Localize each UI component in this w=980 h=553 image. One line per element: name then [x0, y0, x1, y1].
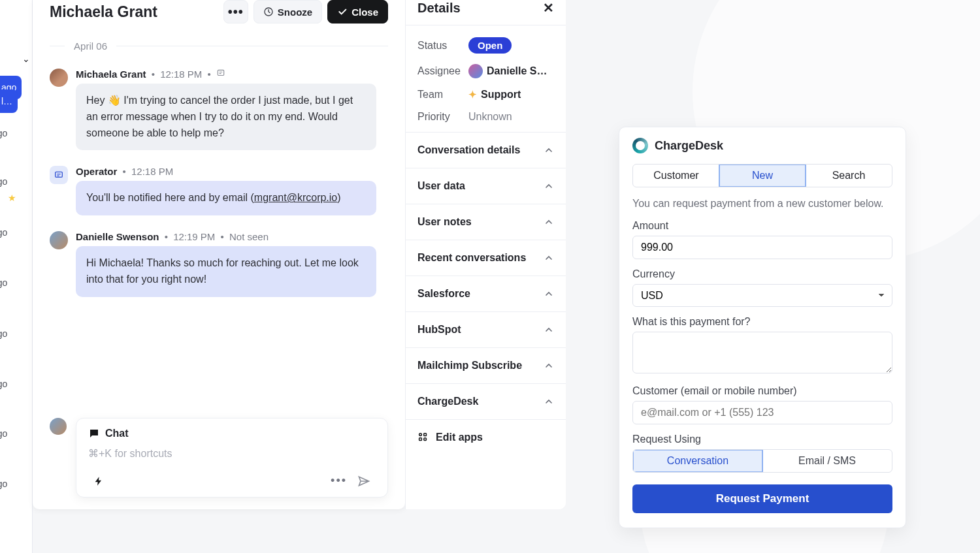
priority-label: Priority — [417, 111, 468, 123]
check-icon — [337, 7, 348, 17]
chargedesk-intro: You can request payment from a new custo… — [632, 198, 892, 210]
message-bubble: Hi Michaela! Thanks so much for reaching… — [76, 246, 376, 297]
composer[interactable]: Chat ⌘+K for shortcuts ••• — [76, 418, 388, 498]
section-label: Salesforce — [417, 288, 470, 300]
details-section[interactable]: HubSpot — [406, 311, 566, 347]
avatar — [468, 64, 483, 78]
inbox-item-partial[interactable]: ago — [0, 277, 7, 288]
details-section[interactable]: User notes — [406, 204, 566, 240]
section-label: ChargeDesk — [417, 396, 478, 407]
team-name: Support — [481, 89, 521, 101]
chat-icon — [88, 428, 100, 439]
composer-mode[interactable]: Chat — [88, 428, 376, 439]
chevron-up-icon — [544, 217, 554, 227]
svg-rect-1 — [218, 70, 223, 75]
section-label: Mailchimp Subscribe — [417, 360, 522, 371]
request-payment-button[interactable]: Request Payment — [632, 484, 892, 513]
inbox-item-partial[interactable]: ago — [0, 176, 7, 187]
star-icon: ★ — [8, 193, 16, 203]
details-section[interactable]: Salesforce — [406, 276, 566, 311]
clock-icon — [263, 7, 274, 17]
team-value[interactable]: ✦ Support — [468, 89, 554, 101]
apps-icon — [417, 432, 429, 443]
composer-placeholder[interactable]: ⌘+K for shortcuts — [88, 447, 376, 460]
date-text: April 06 — [74, 40, 107, 52]
details-section[interactable]: Mailchimp Subscribe — [406, 347, 566, 383]
svg-rect-2 — [56, 172, 63, 178]
currency-select[interactable]: USD — [632, 284, 892, 307]
customer-input[interactable] — [632, 401, 892, 424]
message-bubble: Hey 👋 I'm trying to cancel the order I j… — [76, 84, 376, 150]
assignee-value[interactable]: Danielle S… — [468, 64, 554, 78]
message-text: ) — [337, 192, 340, 203]
chargedesk-tab[interactable]: New — [719, 165, 806, 187]
inbox-item-partial[interactable]: ago — [0, 328, 7, 339]
close-button[interactable]: Close — [327, 0, 388, 24]
bolt-icon[interactable] — [88, 473, 109, 490]
section-label: HubSpot — [417, 324, 461, 336]
details-section[interactable]: User data — [406, 168, 566, 204]
more-icon[interactable]: ••• — [325, 471, 352, 490]
inbox-item-partial[interactable]: ago — [0, 479, 7, 489]
edit-apps-label: Edit apps — [436, 432, 483, 443]
close-label: Close — [351, 7, 378, 18]
chargedesk-tab[interactable]: Search — [806, 165, 892, 187]
inbox-item-partial[interactable]: ago — [0, 227, 7, 238]
status-label: Status — [417, 40, 468, 52]
request-using-option[interactable]: Email / SMS — [762, 450, 892, 472]
message-row: Operator • 12:18 PM You'll be notified h… — [50, 166, 388, 215]
section-label: User notes — [417, 216, 472, 228]
conversation-title: Michaela Grant — [50, 3, 218, 21]
edit-apps-button[interactable]: Edit apps — [406, 419, 566, 455]
details-section[interactable]: Recent conversations — [406, 240, 566, 276]
details-header: Details ✕ — [406, 0, 566, 25]
inbox-item-partial[interactable]: ago — [0, 128, 7, 138]
note-icon — [216, 70, 225, 80]
chargedesk-tab[interactable]: Customer — [633, 165, 719, 187]
message-meta: Danielle Swenson • 12:19 PM • Not seen — [76, 231, 388, 242]
message-author: Danielle Swenson — [76, 231, 159, 242]
email-link[interactable]: mgrant@krcorp.io — [254, 192, 337, 203]
request-using-label: Request Using — [632, 434, 892, 445]
inbox-item-partial[interactable]: ago — [0, 379, 7, 389]
amount-input[interactable] — [632, 236, 892, 259]
snooze-button[interactable]: Snooze — [253, 0, 322, 24]
inbox-list-partial: tagol…agoagoago..ago..ago..ago..ago..ago… — [0, 0, 33, 553]
section-label: Recent conversations — [417, 252, 526, 264]
close-icon[interactable]: ✕ — [543, 0, 554, 16]
message-row: Michaela Grant • 12:18 PM • Hey 👋 I'm tr… — [50, 69, 388, 150]
send-icon[interactable] — [352, 472, 376, 490]
chevron-down-icon: ⌄ — [22, 54, 30, 64]
details-meta: Status Open Assignee Danielle S… Team ✦ … — [406, 25, 566, 132]
details-section[interactable]: ChargeDesk — [406, 383, 566, 419]
message-time: 12:18 PM — [160, 69, 202, 80]
description-label: What is this payment for? — [632, 316, 892, 328]
chevron-up-icon — [544, 324, 554, 335]
inbox-item-partial[interactable]: l… — [0, 89, 18, 113]
composer-tools: ••• — [88, 471, 376, 490]
chargedesk-tabs: CustomerNewSearch — [632, 164, 892, 187]
message-author: Michaela Grant — [76, 69, 146, 80]
operator-avatar — [50, 166, 68, 184]
avatar — [50, 418, 67, 435]
more-button[interactable]: ••• — [223, 0, 248, 24]
composer-mode-label: Chat — [105, 428, 129, 439]
conversation-header: Michaela Grant ••• Snooze Close — [50, 0, 388, 31]
description-textarea[interactable] — [632, 332, 892, 373]
amount-label: Amount — [632, 220, 892, 232]
details-section[interactable]: Conversation details — [406, 132, 566, 168]
svg-point-3 — [419, 434, 422, 436]
message-time: 12:19 PM — [173, 231, 215, 242]
chevron-up-icon — [544, 145, 554, 155]
inbox-item-partial[interactable]: ago — [0, 428, 7, 439]
chargedesk-card: ChargeDesk CustomerNewSearch You can req… — [619, 127, 906, 528]
priority-value[interactable]: Unknown — [468, 111, 554, 123]
chargedesk-header: ChargeDesk — [632, 138, 892, 153]
message-text: You'll be notified here and by email ( — [86, 192, 254, 203]
status-badge[interactable]: Open — [468, 37, 512, 54]
chargedesk-title: ChargeDesk — [655, 139, 723, 153]
chargedesk-logo-icon — [632, 138, 648, 153]
message-status: Not seen — [229, 231, 269, 242]
sparkle-icon: ✦ — [468, 89, 477, 101]
request-using-option[interactable]: Conversation — [633, 450, 762, 472]
